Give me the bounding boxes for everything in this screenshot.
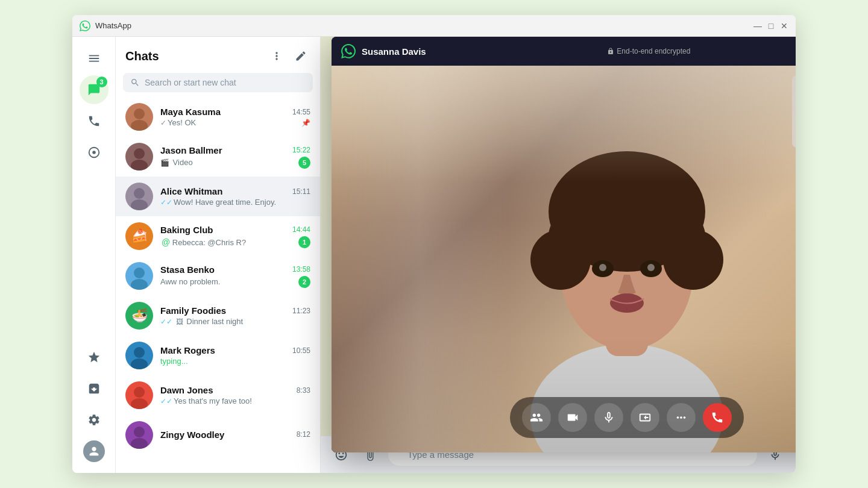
end-call-button[interactable] bbox=[703, 403, 732, 432]
chat-info-baking: Baking Club 14:44 @ Rebecca: @Chris R? 1 bbox=[160, 225, 310, 248]
status-icon bbox=[87, 146, 101, 159]
svg-point-14 bbox=[134, 427, 145, 437]
chat-item-maya[interactable]: Maya Kasuma 14:55 ✓Yes! OK 📌 bbox=[116, 97, 320, 137]
mic-icon bbox=[602, 411, 615, 424]
title-bar-controls: — □ ✕ bbox=[753, 22, 788, 30]
screen-share-icon bbox=[638, 411, 652, 424]
microphone-button[interactable] bbox=[594, 403, 623, 432]
add-participant-icon bbox=[530, 411, 543, 424]
chat-time-maya: 14:55 bbox=[292, 108, 310, 116]
chat-info-zingy: Zingy Woodley 8:12 bbox=[160, 430, 310, 441]
camera-button[interactable] bbox=[558, 403, 587, 432]
close-button[interactable]: ✕ bbox=[780, 22, 788, 30]
chat-preview-mark: typing... bbox=[160, 357, 310, 366]
chats-nav-button[interactable]: 3 bbox=[80, 75, 108, 104]
chat-time-family: 11:23 bbox=[292, 307, 310, 315]
whatsapp-logo bbox=[80, 20, 90, 31]
chats-title: Chats bbox=[125, 49, 159, 63]
chat-item-family[interactable]: 🍜 Family Foodies 11:23 ✓✓ 🖼 Dinner last … bbox=[116, 296, 320, 336]
lock-icon bbox=[607, 48, 614, 55]
chat-item-mark[interactable]: Mark Rogers 10:55 typing... bbox=[116, 336, 320, 375]
avatar-zingy bbox=[125, 421, 153, 449]
screen-share-button[interactable] bbox=[631, 403, 659, 432]
chat-item-stasa[interactable]: Stasa Benko 13:58 Aww no problem. 2 bbox=[116, 256, 320, 296]
svg-point-2 bbox=[134, 108, 145, 119]
chat-item-zingy[interactable]: Zingy Woodley 8:12 bbox=[116, 415, 320, 455]
title-bar-left: WhatsApp bbox=[80, 20, 131, 31]
avatar-stasa bbox=[125, 262, 153, 290]
chat-info-dawn: Dawn Jones 8:33 ✓✓Yes that's my fave too… bbox=[160, 385, 310, 405]
call-controls-bar bbox=[510, 397, 744, 438]
more-options-button[interactable] bbox=[267, 46, 286, 66]
search-input[interactable] bbox=[145, 78, 306, 87]
avatar-alice bbox=[125, 183, 153, 210]
chat-preview-maya: ✓Yes! OK bbox=[160, 118, 301, 127]
main-video-feed bbox=[332, 66, 796, 452]
svg-point-4 bbox=[134, 148, 145, 159]
chat-item-baking[interactable]: 🍰 Baking Club 14:44 @ Rebecca: @Chris R?… bbox=[116, 216, 320, 256]
chat-time-stasa: 13:58 bbox=[292, 265, 310, 274]
chat-preview-jason: 🎬 Video bbox=[160, 158, 296, 167]
unread-badge-jason: 5 bbox=[298, 157, 310, 169]
maximize-button[interactable]: □ bbox=[767, 22, 775, 30]
icon-bar-bottom bbox=[80, 343, 108, 466]
more-vertical-icon bbox=[271, 50, 283, 62]
video-icon: 🎬 bbox=[160, 158, 169, 167]
svg-rect-33 bbox=[792, 75, 796, 148]
chat-time-jason: 15:22 bbox=[292, 146, 310, 154]
app-title: WhatsApp bbox=[95, 21, 131, 30]
minimize-button[interactable]: — bbox=[753, 22, 762, 30]
new-chat-button[interactable] bbox=[291, 46, 310, 66]
vc-titlebar-left: Susanna Davis bbox=[341, 44, 426, 58]
avatar-baking: 🍰 bbox=[125, 222, 153, 250]
vc-contact-name: Susanna Davis bbox=[362, 46, 426, 57]
search-icon bbox=[130, 78, 140, 87]
app-body: 3 bbox=[72, 37, 796, 473]
check-icon: ✓ bbox=[160, 119, 166, 127]
svg-point-8 bbox=[134, 267, 145, 278]
settings-button[interactable] bbox=[80, 405, 108, 434]
chat-name-jason: Jason Ballmer bbox=[160, 145, 222, 155]
svg-point-6 bbox=[134, 188, 145, 199]
pip-self-view[interactable] bbox=[792, 75, 796, 148]
pin-icon: 📌 bbox=[301, 119, 310, 127]
chat-info-jason: Jason Ballmer 15:22 🎬 Video 5 bbox=[160, 145, 310, 169]
user-avatar bbox=[83, 440, 105, 462]
chat-time-mark: 10:55 bbox=[292, 346, 310, 355]
compose-icon bbox=[295, 50, 307, 62]
icon-sidebar: 3 bbox=[72, 37, 116, 473]
chat-preview-dawn: ✓✓Yes that's my fave too! bbox=[160, 396, 310, 405]
starred-button[interactable] bbox=[80, 343, 108, 372]
chats-badge: 3 bbox=[96, 77, 107, 87]
add-participant-button[interactable] bbox=[522, 403, 551, 432]
chat-item-jason[interactable]: Jason Ballmer 15:22 🎬 Video 5 bbox=[116, 137, 320, 177]
avatar-mark bbox=[125, 342, 153, 369]
more-options-call-button[interactable] bbox=[667, 403, 696, 432]
calls-nav-button[interactable] bbox=[80, 107, 108, 136]
chat-name-dawn: Dawn Jones bbox=[160, 385, 213, 395]
video-call-titlebar: Susanna Davis End-to-end endcrypted — □ … bbox=[332, 37, 796, 66]
status-nav-button[interactable] bbox=[80, 138, 108, 167]
chat-name-stasa: Stasa Benko bbox=[160, 264, 215, 275]
archived-button[interactable] bbox=[80, 374, 108, 403]
chat-time-alice: 15:11 bbox=[292, 187, 310, 196]
chat-name-baking: Baking Club bbox=[160, 225, 213, 235]
avatar-maya bbox=[125, 103, 153, 131]
user-avatar-button[interactable] bbox=[80, 437, 108, 466]
avatar-jason bbox=[125, 143, 153, 170]
svg-point-7 bbox=[131, 199, 148, 210]
vc-whatsapp-logo bbox=[341, 44, 356, 58]
chat-preview-stasa: Aww no problem. bbox=[160, 277, 296, 286]
chat-info-family: Family Foodies 11:23 ✓✓ 🖼 Dinner last ni… bbox=[160, 305, 310, 326]
header-icons bbox=[267, 46, 310, 66]
chat-item-dawn[interactable]: Dawn Jones 8:33 ✓✓Yes that's my fave too… bbox=[116, 375, 320, 415]
svg-point-9 bbox=[131, 279, 148, 290]
phone-icon bbox=[87, 114, 101, 128]
avatar-dawn bbox=[125, 381, 153, 409]
svg-point-5 bbox=[131, 160, 148, 170]
chat-item-alice[interactable]: Alice Whitman 15:11 ✓✓Wow! Have great ti… bbox=[116, 177, 320, 216]
menu-button[interactable] bbox=[80, 44, 108, 73]
archive-icon bbox=[87, 382, 101, 395]
double-check-icon: ✓✓ bbox=[160, 198, 172, 207]
chat-list-header: Chats bbox=[116, 37, 320, 73]
